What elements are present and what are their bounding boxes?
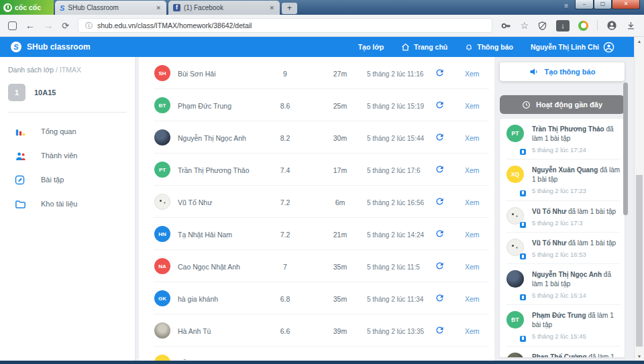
- view-link[interactable]: Xem: [465, 70, 480, 78]
- refresh-button[interactable]: [435, 100, 445, 111]
- sidebar-item-people[interactable]: Thành viên: [0, 143, 135, 168]
- sidebar-item-folder[interactable]: Kho tài liệu: [0, 192, 135, 216]
- active-download-icon[interactable]: ↓: [556, 20, 570, 32]
- refresh-button[interactable]: [435, 132, 445, 143]
- coccoc-label: cốc cốc: [15, 3, 41, 11]
- create-class-button[interactable]: Tạo lớp: [358, 43, 384, 51]
- activity-avatar: ĐT: [506, 311, 525, 341]
- scroll-up-arrow[interactable]: ▲: [635, 39, 644, 44]
- table-row[interactable]: ĐTPhạm Đức Trung8.625m5 tháng 2 lúc 15:1…: [139, 89, 494, 121]
- refresh-button[interactable]: [435, 164, 445, 175]
- forward-icon[interactable]: →: [44, 21, 53, 30]
- view-link[interactable]: Xem: [465, 263, 480, 271]
- refresh-button[interactable]: [435, 196, 445, 207]
- back-icon[interactable]: ←: [25, 21, 35, 30]
- activity-item[interactable]: XQNguyễn Xuân Quang đã làm 1 bài tập5 th…: [500, 160, 625, 200]
- page-scrollbar-thumb[interactable]: [636, 175, 643, 347]
- table-row[interactable]: PTTrần Thị Phương Thảo7.417m5 tháng 2 lú…: [139, 154, 494, 186]
- browser-tab[interactable]: f(1) Facebook✕: [168, 1, 280, 15]
- view-link[interactable]: Xem: [465, 134, 480, 142]
- activity-text: Nguyễn Thị Ngọc Anh đã làm 1 bài tập5 th…: [532, 270, 621, 300]
- score-cell: 6.6: [268, 327, 302, 335]
- user-name: Nguyễn Thị Linh Chi: [531, 43, 599, 51]
- refresh-button[interactable]: [435, 229, 445, 239]
- activity-item[interactable]: PTTrần Thị Phương Thảo đã làm 1 bài tập5…: [500, 119, 625, 160]
- bookmark-star-icon[interactable]: ☆: [520, 21, 529, 30]
- class-list-item[interactable]: 1 10A15: [8, 84, 135, 101]
- key-icon[interactable]: [501, 21, 511, 31]
- activity-text: Nguyễn Xuân Quang đã làm 1 bài tập5 thán…: [532, 166, 621, 195]
- duration-cell: 35m: [323, 263, 357, 271]
- student-avatar: PT: [154, 162, 170, 178]
- table-row[interactable]: Nguyễn Thị Ngọc Anh8.230m5 tháng 2 lúc 1…: [139, 121, 494, 154]
- activity-line: Phan Thế Cường đã làm 1 bài tập: [532, 353, 621, 357]
- table-row[interactable]: NACao Ngọc Nhật Anh735m5 tháng 2 lúc 11:…: [139, 250, 494, 282]
- home-link[interactable]: Trang chủ: [401, 43, 447, 52]
- table-row[interactable]: HNTạ Nhật Hải Nam7.221m5 tháng 2 lúc 14:…: [139, 218, 494, 250]
- tab-close-button[interactable]: ✕: [155, 5, 162, 11]
- table-row[interactable]: Hà Anh Tú6.639m5 tháng 2 lúc 13:35Xem: [139, 314, 494, 347]
- refresh-button[interactable]: [435, 68, 445, 78]
- titlebar-menu-icon[interactable]: ≡: [564, 2, 568, 9]
- activity-avatar: [506, 353, 525, 357]
- create-announcement-button[interactable]: Tạo thông báo: [500, 62, 625, 81]
- new-tab-button[interactable]: +: [282, 3, 297, 14]
- view-link[interactable]: Xem: [465, 231, 480, 239]
- maximize-button[interactable]: ▢: [594, 0, 612, 9]
- view-link[interactable]: Xem: [465, 166, 480, 174]
- score-cell: 9: [268, 70, 302, 78]
- brand-title: SHub classroom: [27, 42, 91, 52]
- refresh-button[interactable]: [435, 325, 445, 336]
- folder-icon: [15, 198, 26, 209]
- coccoc-extension-icon[interactable]: [578, 21, 588, 31]
- activity-time: 5 tháng 2 lúc 17:24: [532, 145, 621, 154]
- view-link[interactable]: Xem: [465, 198, 480, 206]
- activity-item[interactable]: Vũ Tố Như đã làm 1 bài tập5 tháng 2 lúc …: [500, 233, 625, 264]
- student-name: Nguyễn Thị Ngọc Anh: [178, 134, 246, 142]
- close-button[interactable]: ✕: [612, 0, 640, 9]
- page-scrollbar[interactable]: ▲ ▼: [634, 37, 644, 361]
- student-avatar: TM: [154, 355, 170, 361]
- coccoc-menu-button[interactable]: cốc cốc: [0, 0, 54, 15]
- speed-dial-icon[interactable]: [8, 21, 17, 30]
- refresh-button[interactable]: [435, 293, 445, 304]
- activity-item[interactable]: Nguyễn Thị Ngọc Anh đã làm 1 bài tập5 th…: [500, 264, 625, 305]
- browser-tab[interactable]: SSHub Classroom✕: [55, 1, 166, 15]
- browser-toolbar: ← → ⟳ ⓘ shub.edu.vn/class/ITMAX/homework…: [0, 15, 644, 37]
- minimize-button[interactable]: –: [575, 0, 594, 9]
- refresh-button[interactable]: [435, 261, 445, 271]
- reload-icon[interactable]: ⟳: [62, 21, 69, 30]
- breadcrumb-root[interactable]: Danh sách lớp: [8, 66, 54, 74]
- app-header: S SHub classroom Tạo lớp Trang chủ Thông…: [0, 37, 644, 57]
- shub-logo-icon: S: [11, 42, 21, 52]
- notifications-button[interactable]: Thông báo: [465, 43, 513, 52]
- activity-item[interactable]: Phan Thế Cường đã làm 1 bài tập5 tháng 2…: [500, 347, 625, 357]
- profile-icon[interactable]: [606, 20, 617, 31]
- view-link[interactable]: Xem: [465, 295, 480, 303]
- sidebar-item-assignment[interactable]: Bài tập: [0, 168, 135, 192]
- address-bar[interactable]: ⓘ shub.edu.vn/class/ITMAX/homework/38642…: [78, 18, 493, 33]
- activity-item[interactable]: ĐTPhạm Đức Trung đã làm 1 bài tập5 tháng…: [500, 305, 625, 346]
- activity-text: Phan Thế Cường đã làm 1 bài tập5 tháng 2…: [532, 353, 621, 357]
- table-row[interactable]: SHBùi Sơn Hải927m5 tháng 2 lúc 11:16Xem: [139, 57, 494, 89]
- assignment-badge-icon: [519, 253, 527, 260]
- user-menu[interactable]: Nguyễn Thị Linh Chi: [531, 42, 614, 53]
- tab-close-button[interactable]: ✕: [268, 5, 275, 11]
- recent-activity-header[interactable]: Hoạt động gần đây: [500, 95, 625, 114]
- score-cell: 6.8: [268, 295, 302, 303]
- table-row[interactable]: TMĐỗ Thị Trà My: [139, 347, 494, 361]
- sidebar-item-bar-chart[interactable]: Tổng quan: [0, 119, 135, 143]
- scroll-down-arrow[interactable]: ▼: [635, 354, 644, 359]
- downloads-tray-icon[interactable]: [626, 21, 636, 31]
- view-link[interactable]: Xem: [465, 327, 480, 335]
- duration-cell: 35m: [323, 295, 357, 303]
- adblock-shield-icon[interactable]: [537, 21, 547, 31]
- view-link[interactable]: Xem: [465, 102, 480, 110]
- table-row[interactable]: Vũ Tố Như7.26m5 tháng 2 lúc 16:56Xem: [139, 186, 494, 218]
- table-row[interactable]: GKhà gia khánh6.835m5 tháng 2 lúc 11:34X…: [139, 282, 494, 314]
- panel-scrollbar-thumb[interactable]: [623, 82, 628, 215]
- shub-brand[interactable]: S SHub classroom: [11, 42, 91, 52]
- page-info-icon[interactable]: ⓘ: [85, 21, 93, 31]
- activity-item[interactable]: Vũ Tố Như đã làm 1 bài tập5 tháng 2 lúc …: [500, 201, 625, 233]
- activity-student-name: Vũ Tố Như: [532, 239, 566, 247]
